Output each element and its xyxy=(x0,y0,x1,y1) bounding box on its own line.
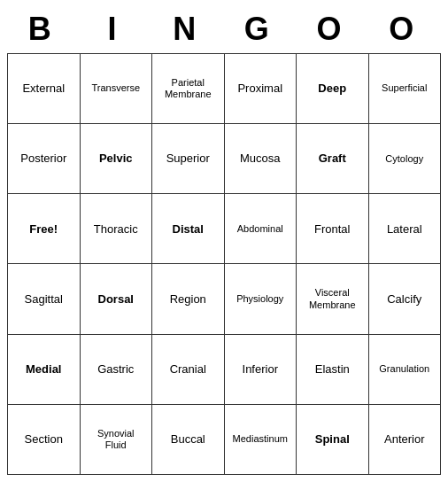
title-b: B xyxy=(7,11,80,48)
bingo-cell: Sagittal xyxy=(8,264,81,334)
bingo-cell: Abdominal xyxy=(224,194,297,264)
title-o2: O xyxy=(368,11,441,48)
bingo-cell: Granulation xyxy=(368,334,441,404)
bingo-cell: VisceralMembrane xyxy=(297,264,369,334)
bingo-cell: Medial xyxy=(8,334,81,404)
bingo-title: B I N G O O xyxy=(7,7,441,53)
bingo-cell: Graft xyxy=(297,124,369,194)
bingo-grid: ExternalTransverseParietalMembraneProxim… xyxy=(7,53,441,475)
bingo-cell: Calcify xyxy=(368,264,441,334)
table-row: MedialGastricCranialInferiorElastinGranu… xyxy=(8,334,441,404)
bingo-cell: Deep xyxy=(297,54,369,124)
bingo-cell: Section xyxy=(8,404,81,474)
bingo-cell: Dorsal xyxy=(80,264,152,334)
bingo-cell: Superior xyxy=(152,124,225,194)
bingo-cell: Gastric xyxy=(80,334,152,404)
table-row: SagittalDorsalRegionPhysiologyVisceralMe… xyxy=(8,264,441,334)
title-i: I xyxy=(80,11,152,48)
table-row: ExternalTransverseParietalMembraneProxim… xyxy=(8,54,441,124)
bingo-cell: Inferior xyxy=(224,334,297,404)
bingo-cell: Thoracic xyxy=(80,194,152,264)
bingo-cell: Physiology xyxy=(224,264,297,334)
bingo-cell: Buccal xyxy=(152,404,225,474)
bingo-cell: Transverse xyxy=(80,54,152,124)
table-row: PosteriorPelvicSuperiorMucosaGraftCytolo… xyxy=(8,124,441,194)
title-n: N xyxy=(151,11,224,48)
bingo-cell: Region xyxy=(152,264,225,334)
title-g: G xyxy=(224,11,297,48)
bingo-cell: SynovialFluid xyxy=(80,404,152,474)
bingo-cell: Cranial xyxy=(152,334,225,404)
table-row: SectionSynovialFluidBuccalMediastinumSpi… xyxy=(8,404,441,474)
bingo-cell: Cytology xyxy=(368,124,441,194)
bingo-cell: Free! xyxy=(8,194,81,264)
bingo-cell: Mucosa xyxy=(224,124,297,194)
bingo-cell: Distal xyxy=(152,194,225,264)
bingo-cell: Posterior xyxy=(8,124,81,194)
bingo-cell: Lateral xyxy=(368,194,441,264)
title-o1: O xyxy=(297,11,369,48)
bingo-cell: Frontal xyxy=(297,194,369,264)
bingo-cell: Elastin xyxy=(297,334,369,404)
bingo-cell: Anterior xyxy=(368,404,441,474)
bingo-cell: ParietalMembrane xyxy=(152,54,225,124)
bingo-cell: Superficial xyxy=(368,54,441,124)
bingo-cell: Proximal xyxy=(224,54,297,124)
bingo-cell: Mediastinum xyxy=(224,404,297,474)
bingo-cell: Spinal xyxy=(297,404,369,474)
bingo-cell: External xyxy=(8,54,81,124)
table-row: Free!ThoracicDistalAbdominalFrontalLater… xyxy=(8,194,441,264)
bingo-cell: Pelvic xyxy=(80,124,152,194)
